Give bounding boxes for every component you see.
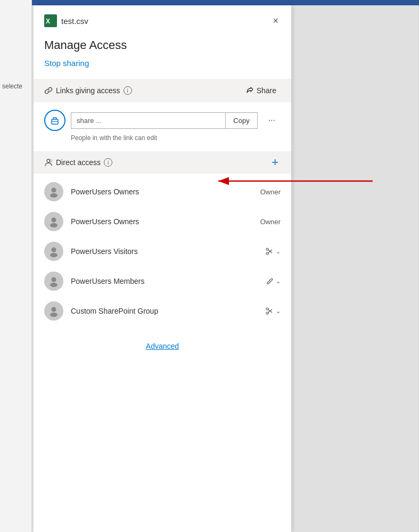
links-section-label: Links giving access	[56, 86, 120, 95]
add-direct-access-button[interactable]: +	[269, 157, 281, 168]
direct-access-label: Direct access	[56, 158, 101, 167]
manage-access-panel: X test.csv × Manage Access Stop sharing …	[34, 5, 291, 532]
link-input[interactable]	[71, 113, 225, 128]
user-name: PowerUsers Owners	[71, 187, 253, 196]
svg-point-10	[52, 248, 56, 252]
excel-csv-icon: X	[44, 14, 57, 27]
read-permission-icon2	[265, 307, 274, 315]
close-button[interactable]: ×	[270, 14, 281, 28]
links-info-icon[interactable]: i	[124, 86, 132, 95]
user-permission: Owner	[260, 188, 281, 196]
chain-link-icon	[44, 86, 53, 95]
share-label: Share	[257, 86, 276, 95]
user-name: Custom SharePoint Group	[71, 307, 258, 315]
top-bar	[0, 0, 419, 5]
svg-point-6	[52, 188, 56, 193]
briefcase-circle-icon	[44, 110, 65, 131]
advanced-link-section: Advanced	[34, 329, 291, 361]
direct-access-section: Direct access i + PowerUsers Owners Owne…	[34, 151, 291, 361]
avatar	[44, 182, 63, 201]
background-left: selecte	[0, 0, 32, 532]
share-button[interactable]: Share	[241, 84, 281, 97]
links-header-left: Links giving access i	[44, 86, 132, 95]
links-section-header: Links giving access i Share	[34, 79, 291, 102]
user-permission-dropdown[interactable]: ⌄	[265, 247, 281, 256]
table-row: PowerUsers Visitors ⌄	[34, 236, 291, 266]
user-permission-dropdown[interactable]: ⌄	[266, 277, 281, 285]
avatar	[44, 272, 63, 291]
background-selected-text: selecte	[2, 83, 22, 90]
user-name: PowerUsers Visitors	[71, 247, 258, 256]
panel-header: X test.csv ×	[34, 5, 291, 33]
user-name: PowerUsers Owners	[71, 217, 253, 226]
user-permission: Owner	[260, 218, 281, 226]
chevron-down-icon: ⌄	[276, 248, 281, 255]
user-permission-dropdown[interactable]: ⌄	[265, 307, 281, 315]
svg-point-9	[50, 223, 57, 227]
svg-point-16	[52, 277, 56, 282]
file-title: X test.csv	[44, 14, 88, 27]
direct-access-person-icon	[44, 158, 53, 167]
copy-button[interactable]: Copy	[225, 113, 257, 128]
svg-point-18	[52, 307, 56, 312]
user-name: PowerUsers Members	[71, 277, 259, 285]
svg-point-5	[50, 160, 52, 162]
advanced-link[interactable]: Advanced	[146, 342, 179, 350]
direct-access-header: Direct access i +	[34, 151, 291, 174]
manage-access-title: Manage Access	[34, 33, 291, 56]
link-row: Copy ···	[34, 102, 291, 133]
direct-access-header-left: Direct access i	[44, 158, 112, 167]
table-row: PowerUsers Members ⌄	[34, 266, 291, 296]
chevron-down-icon: ⌄	[276, 308, 281, 315]
table-row: Custom SharePoint Group ⌄	[34, 296, 291, 326]
share-icon	[245, 86, 254, 95]
svg-point-17	[50, 283, 57, 287]
user-avatar-icon	[48, 245, 60, 257]
svg-point-7	[50, 193, 57, 198]
svg-point-8	[52, 218, 56, 223]
user-avatar-icon	[48, 186, 60, 198]
link-description: People in with the link can edit	[34, 133, 291, 149]
link-desc-right: with the link can edit	[100, 134, 157, 142]
more-options-button[interactable]: ···	[263, 112, 281, 129]
direct-access-info-icon[interactable]: i	[104, 158, 112, 167]
svg-point-19	[50, 313, 57, 317]
user-list: PowerUsers Owners Owner PowerUsers Owner…	[34, 174, 291, 329]
briefcase-svg	[50, 115, 60, 126]
user-avatar-icon	[48, 305, 60, 317]
read-permission-icon	[265, 247, 274, 256]
avatar	[44, 301, 63, 321]
stop-sharing-link[interactable]: Stop sharing	[44, 59, 89, 68]
table-row: PowerUsers Owners Owner	[34, 177, 291, 207]
avatar	[44, 242, 63, 261]
table-row: PowerUsers Owners Owner	[34, 207, 291, 236]
svg-point-11	[50, 253, 57, 257]
link-desc-left: People in	[71, 134, 97, 142]
edit-permission-icon	[266, 277, 274, 285]
stop-sharing-section: Stop sharing	[34, 56, 291, 79]
link-input-wrapper: Copy	[71, 112, 258, 129]
svg-text:X: X	[46, 18, 50, 25]
user-avatar-icon	[48, 216, 60, 227]
user-avatar-icon	[48, 275, 60, 287]
chevron-down-icon: ⌄	[276, 278, 281, 285]
avatar	[44, 212, 63, 231]
file-name: test.csv	[61, 17, 88, 26]
